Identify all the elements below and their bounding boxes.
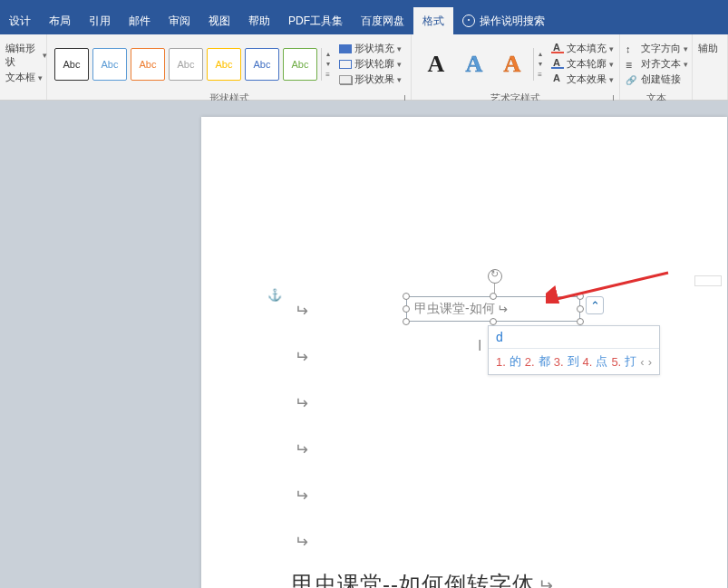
ime-candidate-bar[interactable]: d 1.的 2.都 3.到 4.点 5.打 ‹ › bbox=[488, 325, 660, 375]
textbox-text: 甲虫课堂-如何 bbox=[414, 301, 495, 317]
resize-handle-bm[interactable] bbox=[490, 318, 497, 325]
ime-cand-num: 4. bbox=[583, 355, 593, 369]
tab-references[interactable]: 引用 bbox=[80, 7, 120, 34]
lightbulb-icon bbox=[462, 14, 475, 27]
tell-me-search[interactable]: 操作说明搜索 bbox=[453, 14, 554, 29]
shape-style-5[interactable]: Abc bbox=[207, 48, 241, 81]
resize-handle-tm[interactable] bbox=[490, 293, 497, 300]
ime-cand-num: 2. bbox=[525, 355, 535, 369]
resize-handle-bl[interactable] bbox=[403, 318, 410, 325]
resize-handle-br[interactable] bbox=[577, 318, 584, 325]
tell-me-label: 操作说明搜索 bbox=[480, 14, 545, 29]
outline-icon bbox=[339, 60, 352, 69]
shape-style-7[interactable]: Abc bbox=[283, 48, 317, 81]
shape-styles-gallery[interactable]: Abc Abc Abc Abc Abc Abc Abc ▴▾≡ bbox=[51, 48, 337, 81]
ribbon-body: 编辑形状▾ 文本框▾ Abc Abc Abc Abc Abc Abc Abc ▴… bbox=[0, 34, 728, 101]
link-icon bbox=[626, 74, 638, 85]
shape-style-1[interactable]: Abc bbox=[54, 48, 89, 81]
text-direction-button[interactable]: 文字方向▾ bbox=[626, 42, 688, 55]
tab-view[interactable]: 视图 bbox=[199, 7, 239, 34]
text-cursor-icon: I bbox=[478, 338, 481, 354]
margin-indicator bbox=[694, 275, 722, 286]
wordart-style-2[interactable]: A bbox=[457, 48, 491, 81]
anchor-icon: ⚓ bbox=[267, 288, 278, 301]
text-group: 文字方向▾ 对齐文本▾ 创建链接 文本 bbox=[620, 34, 693, 100]
shape-style-2[interactable]: Abc bbox=[92, 48, 127, 81]
tab-format[interactable]: 格式 bbox=[413, 7, 453, 34]
resize-handle-tl[interactable] bbox=[403, 293, 410, 300]
body-text-line-1: 甲虫课堂--如何倒转字体↵ bbox=[292, 570, 553, 588]
insert-shapes-group: 编辑形状▾ 文本框▾ bbox=[0, 34, 47, 100]
paragraph-mark: ↵ bbox=[497, 302, 508, 316]
tab-help[interactable]: 帮助 bbox=[239, 7, 279, 34]
paragraph-mark: ↵ bbox=[295, 301, 308, 321]
text-box-button[interactable]: 文本框▾ bbox=[5, 71, 47, 84]
shape-style-3[interactable]: Abc bbox=[131, 48, 165, 81]
text-direction-icon bbox=[626, 43, 638, 54]
text-outline-icon bbox=[551, 60, 564, 69]
ime-cand-char[interactable]: 的 bbox=[510, 353, 521, 370]
shape-styles-group: Abc Abc Abc Abc Abc Abc Abc ▴▾≡ 形状填充▾ 形状… bbox=[47, 34, 412, 100]
text-effects-button[interactable]: 文本效果▾ bbox=[551, 72, 614, 86]
text-outline-button[interactable]: 文本轮廓▾ bbox=[551, 57, 614, 71]
ime-cand-char[interactable]: 到 bbox=[568, 353, 579, 370]
tab-mailings[interactable]: 邮件 bbox=[120, 7, 160, 34]
accessibility-button[interactable]: 辅助 bbox=[696, 37, 723, 60]
ime-candidates[interactable]: 1.的 2.都 3.到 4.点 5.打 ‹ › bbox=[489, 349, 659, 374]
tab-pdf[interactable]: PDF工具集 bbox=[279, 7, 352, 34]
wordart-style-1[interactable]: A bbox=[419, 48, 453, 81]
align-text-button[interactable]: 对齐文本▾ bbox=[626, 57, 688, 71]
shape-styles-more[interactable]: ▴▾≡ bbox=[321, 48, 334, 81]
paragraph-mark: ↵ bbox=[295, 347, 308, 367]
paragraph-mark: ↵ bbox=[537, 574, 553, 588]
resize-handle-ml[interactable] bbox=[403, 305, 410, 313]
text-fill-button[interactable]: 文本填充▾ bbox=[551, 42, 614, 55]
tab-baidu[interactable]: 百度网盘 bbox=[352, 7, 413, 34]
layout-options-button[interactable]: ⌃ bbox=[586, 296, 604, 314]
create-link-button[interactable]: 创建链接 bbox=[626, 72, 688, 86]
resize-handle-tr[interactable] bbox=[577, 293, 584, 300]
ribbon-tabs: 设计 布局 引用 邮件 审阅 视图 帮助 PDF工具集 百度网盘 格式 操作说明… bbox=[0, 7, 728, 34]
paragraph-mark: ↵ bbox=[295, 486, 308, 506]
shape-effects-button[interactable]: 形状效果▾ bbox=[339, 72, 403, 86]
wordart-gallery[interactable]: A A A ▴▾≡ bbox=[415, 48, 549, 81]
ime-prev-button[interactable]: ‹ bbox=[640, 355, 644, 369]
ime-input-text: d bbox=[489, 326, 659, 349]
wordart-more[interactable]: ▴▾≡ bbox=[533, 48, 546, 81]
shape-style-4[interactable]: Abc bbox=[169, 48, 203, 81]
effects-icon bbox=[339, 75, 352, 84]
paragraph-mark: ↵ bbox=[295, 439, 308, 459]
ime-cand-char[interactable]: 都 bbox=[539, 353, 550, 370]
ime-cand-num: 5. bbox=[611, 355, 621, 369]
align-icon bbox=[626, 59, 638, 70]
text-fill-icon bbox=[551, 44, 564, 53]
edit-shape-button[interactable]: 编辑形状▾ bbox=[5, 42, 47, 69]
ime-next-button[interactable]: › bbox=[648, 355, 652, 369]
tab-layout[interactable]: 布局 bbox=[40, 7, 80, 34]
ime-cand-char[interactable]: 打 bbox=[625, 353, 636, 370]
tab-review[interactable]: 审阅 bbox=[160, 7, 199, 34]
wordart-styles-group: A A A ▴▾≡ 文本填充▾ 文本轮廓▾ 文本效果▾ 艺术字样式 bbox=[412, 34, 620, 100]
tab-design[interactable]: 设计 bbox=[0, 7, 40, 34]
accessibility-group: 辅助 bbox=[693, 34, 728, 100]
text-effects-icon bbox=[551, 75, 564, 84]
rotate-handle[interactable] bbox=[488, 269, 502, 284]
ime-cand-num: 3. bbox=[554, 355, 564, 369]
ime-cand-char[interactable]: 点 bbox=[596, 353, 607, 370]
shape-outline-button[interactable]: 形状轮廓▾ bbox=[339, 57, 403, 71]
bucket-icon bbox=[339, 44, 352, 53]
wordart-style-3[interactable]: A bbox=[495, 48, 529, 81]
ime-cand-num: 1. bbox=[496, 355, 506, 369]
document-area: ⚓ ↵ ↵ ↵ ↵ ↵ ↵ 甲虫课堂-如何 ↵ ⌃ I d 1.的 2.都 3.… bbox=[0, 101, 728, 588]
paragraph-mark: ↵ bbox=[295, 532, 308, 552]
layout-options-icon: ⌃ bbox=[590, 299, 600, 313]
paragraph-mark: ↵ bbox=[295, 393, 308, 413]
resize-handle-mr[interactable] bbox=[577, 305, 584, 313]
shape-style-6[interactable]: Abc bbox=[245, 48, 279, 81]
shape-fill-button[interactable]: 形状填充▾ bbox=[339, 42, 403, 55]
